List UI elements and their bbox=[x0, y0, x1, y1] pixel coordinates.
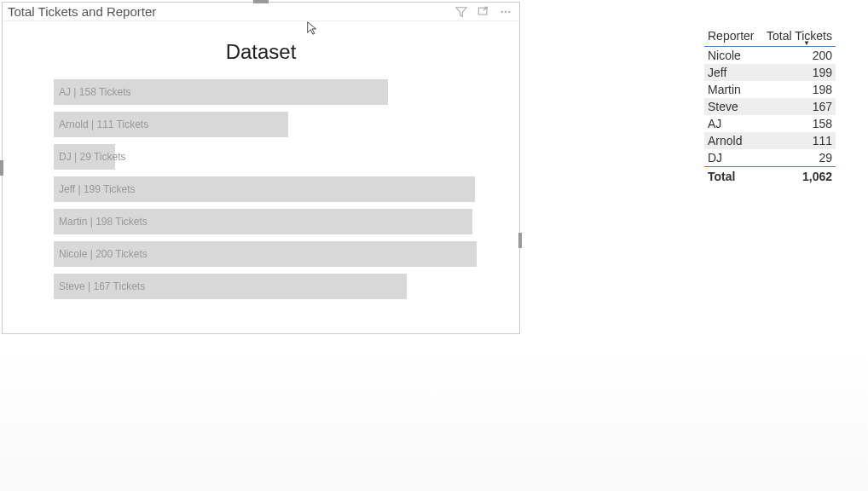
bar-row[interactable]: AJ | 158 Tickets bbox=[54, 79, 477, 105]
column-header-total-label: Total Tickets bbox=[767, 29, 832, 43]
table-body: Nicole200Jeff199Martin198Steve167AJ158Ar… bbox=[704, 47, 836, 166]
table-header-row: Reporter Total Tickets ▼ bbox=[704, 26, 836, 47]
visual-actions bbox=[454, 5, 514, 19]
visual-header: Total Tickets and Reporter bbox=[3, 3, 519, 21]
bar-row[interactable]: Martin | 198 Tickets bbox=[54, 209, 477, 234]
svg-point-3 bbox=[508, 10, 510, 12]
resize-handle-left[interactable] bbox=[0, 160, 3, 176]
svg-point-2 bbox=[505, 10, 506, 12]
filter-icon[interactable] bbox=[454, 5, 468, 19]
chart-title: Dataset bbox=[3, 40, 519, 64]
bar-label: Nicole | 200 Tickets bbox=[59, 248, 148, 260]
table-row[interactable]: Arnold111 bbox=[704, 132, 836, 149]
cell-total: 200 bbox=[813, 49, 832, 62]
bar-label: Martin | 198 Tickets bbox=[59, 216, 148, 228]
cell-reporter: AJ bbox=[708, 117, 813, 130]
cell-reporter: Jeff bbox=[708, 66, 813, 79]
total-value: 1,062 bbox=[802, 170, 832, 183]
cell-total: 29 bbox=[819, 151, 832, 165]
bar-row[interactable]: Arnold | 111 Tickets bbox=[54, 112, 477, 137]
cell-total: 158 bbox=[813, 117, 832, 130]
resize-handle-top[interactable] bbox=[253, 0, 269, 3]
cell-total: 167 bbox=[813, 100, 832, 113]
bar-label: Arnold | 111 Tickets bbox=[59, 118, 148, 130]
bottom-fade bbox=[0, 355, 868, 491]
cell-reporter: DJ bbox=[708, 151, 819, 165]
cell-reporter: Martin bbox=[708, 83, 813, 96]
cell-total: 199 bbox=[813, 66, 832, 79]
bar-row[interactable]: Nicole | 200 Tickets bbox=[54, 241, 477, 267]
table-total-row: Total 1,062 bbox=[704, 166, 836, 186]
column-header-reporter[interactable]: Reporter bbox=[704, 26, 763, 46]
focus-mode-icon[interactable] bbox=[477, 5, 490, 19]
bar-label: AJ | 158 Tickets bbox=[59, 86, 131, 98]
table-row[interactable]: AJ158 bbox=[704, 115, 836, 132]
table-row[interactable]: Martin198 bbox=[704, 81, 836, 98]
table-row[interactable]: Jeff199 bbox=[704, 64, 836, 81]
bar-row[interactable]: Jeff | 199 Tickets bbox=[54, 176, 477, 202]
cell-total: 111 bbox=[813, 134, 832, 147]
visual-title: Total Tickets and Reporter bbox=[8, 4, 156, 19]
svg-point-1 bbox=[501, 10, 502, 12]
table-row[interactable]: Nicole200 bbox=[704, 47, 836, 64]
cell-reporter: Arnold bbox=[708, 134, 813, 147]
column-header-total[interactable]: Total Tickets ▼ bbox=[763, 26, 836, 46]
cell-reporter: Nicole bbox=[708, 49, 813, 62]
cell-total: 198 bbox=[813, 83, 832, 96]
bar-row[interactable]: DJ | 29 Tickets bbox=[54, 144, 477, 170]
data-table[interactable]: Reporter Total Tickets ▼ Nicole200Jeff19… bbox=[704, 26, 836, 186]
more-options-icon[interactable] bbox=[499, 5, 512, 19]
resize-handle-right[interactable] bbox=[518, 233, 522, 248]
sort-descending-icon: ▼ bbox=[803, 39, 810, 47]
total-label: Total bbox=[708, 170, 802, 183]
bar-label: DJ | 29 Tickets bbox=[59, 151, 125, 163]
chart-visual-container[interactable]: Total Tickets and Reporter Dataset AJ | … bbox=[2, 2, 520, 334]
bar-chart-area: AJ | 158 TicketsArnold | 111 TicketsDJ |… bbox=[3, 79, 519, 299]
bar-label: Steve | 167 Tickets bbox=[59, 280, 145, 292]
bar-row[interactable]: Steve | 167 Tickets bbox=[54, 274, 477, 299]
table-row[interactable]: Steve167 bbox=[704, 98, 836, 115]
cell-reporter: Steve bbox=[708, 100, 813, 113]
table-row[interactable]: DJ29 bbox=[704, 149, 836, 166]
bar-label: Jeff | 199 Tickets bbox=[59, 183, 136, 195]
